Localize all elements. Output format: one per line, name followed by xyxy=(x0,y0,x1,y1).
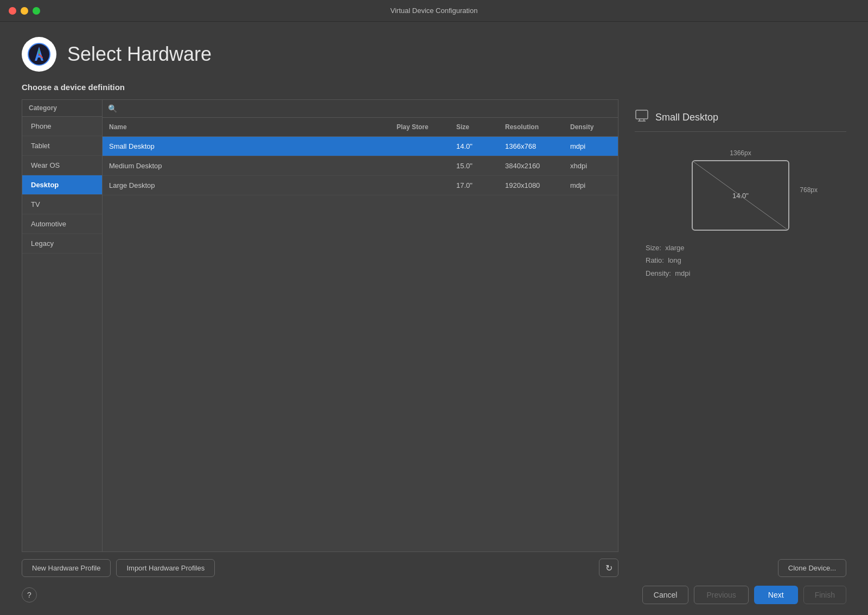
monitor-shape: 14.0" xyxy=(692,160,789,231)
sidebar-item-tv[interactable]: TV xyxy=(22,195,102,214)
maximize-button[interactable] xyxy=(33,7,40,15)
device-diagram: 1366px 14.0" 768px xyxy=(635,149,846,280)
device-specs: Size: xlarge Ratio: long Density: mdpi xyxy=(646,242,690,280)
footer-right: Cancel Previous Next Finish xyxy=(642,586,846,604)
device-config-area: Category Phone Tablet Wear OS Desktop TV… xyxy=(22,99,618,552)
sidebar-item-tablet[interactable]: Tablet xyxy=(22,136,102,156)
monitor-icon xyxy=(635,109,649,126)
sidebar-item-phone[interactable]: Phone xyxy=(22,117,102,136)
refresh-icon: ↻ xyxy=(605,563,612,573)
finish-button: Finish xyxy=(803,586,846,604)
sidebar-item-legacy[interactable]: Legacy xyxy=(22,234,102,253)
device-table-area: 🔍 Name Play Store Size Resolution Densit… xyxy=(102,99,618,552)
right-panel: Small Desktop 1366px 14.0" 768px xyxy=(618,83,846,577)
cell-density: mdpi xyxy=(564,137,618,156)
minimize-button[interactable] xyxy=(21,7,28,15)
page-title: Select Hardware xyxy=(67,43,212,66)
app-icon xyxy=(22,37,56,72)
sidebar-item-automotive[interactable]: Automotive xyxy=(22,214,102,234)
cell-density: mdpi xyxy=(564,176,618,195)
table-header: Name Play Store Size Resolution Density xyxy=(103,118,618,137)
density-value: mdpi xyxy=(675,269,690,277)
cell-density: xhdpi xyxy=(564,156,618,175)
category-header: Category xyxy=(22,100,102,117)
search-bar: 🔍 xyxy=(103,100,618,118)
column-header-size: Size xyxy=(450,121,499,133)
window-title: Virtual Device Configuration xyxy=(391,7,478,15)
body-area: Choose a device definition Category Phon… xyxy=(0,83,868,577)
cell-name: Medium Desktop xyxy=(103,156,390,175)
size-value: xlarge xyxy=(665,244,684,252)
size-label: Size: xyxy=(646,244,661,252)
ratio-value: long xyxy=(668,256,681,264)
help-button[interactable]: ? xyxy=(22,587,37,603)
svg-rect-4 xyxy=(636,110,648,119)
cell-name: Small Desktop xyxy=(103,137,390,156)
left-panel: Choose a device definition Category Phon… xyxy=(22,83,618,577)
sidebar-item-wearos[interactable]: Wear OS xyxy=(22,156,102,175)
clone-device-button[interactable]: Clone Device... xyxy=(778,559,846,577)
column-header-density: Density xyxy=(564,121,618,133)
table-body: Small Desktop 14.0" 1366x768 mdpi Medium… xyxy=(103,137,618,551)
column-header-store: Play Store xyxy=(390,121,450,133)
ratio-label: Ratio: xyxy=(646,256,664,264)
search-icon: 🔍 xyxy=(108,104,117,113)
cell-size: 15.0" xyxy=(450,156,499,175)
table-row[interactable]: Medium Desktop 15.0" 3840x2160 xhdpi xyxy=(103,156,618,176)
import-hardware-profiles-button[interactable]: Import Hardware Profiles xyxy=(116,559,215,577)
title-bar: Virtual Device Configuration xyxy=(0,0,868,22)
sidebar-item-desktop[interactable]: Desktop xyxy=(22,175,102,195)
window-controls[interactable] xyxy=(9,7,40,15)
section-label: Choose a device definition xyxy=(22,83,618,92)
cell-name: Large Desktop xyxy=(103,176,390,195)
cell-size: 14.0" xyxy=(450,137,499,156)
cell-resolution: 1366x768 xyxy=(499,137,564,156)
cell-resolution: 1920x1080 xyxy=(499,176,564,195)
width-label: 1366px xyxy=(692,149,789,157)
cell-store xyxy=(390,161,450,172)
previous-button[interactable]: Previous xyxy=(694,586,748,604)
footer: ? Cancel Previous Next Finish xyxy=(0,577,868,615)
close-button[interactable] xyxy=(9,7,16,15)
table-row[interactable]: Small Desktop 14.0" 1366x768 mdpi xyxy=(103,137,618,156)
main-content: Select Hardware Choose a device definiti… xyxy=(0,22,868,615)
bottom-buttons: New Hardware Profile Import Hardware Pro… xyxy=(22,552,618,577)
header-area: Select Hardware xyxy=(0,22,868,83)
column-header-resolution: Resolution xyxy=(499,121,564,133)
cell-size: 17.0" xyxy=(450,176,499,195)
category-sidebar: Category Phone Tablet Wear OS Desktop TV… xyxy=(22,99,102,552)
height-label: 768px xyxy=(800,186,818,194)
density-label: Density: xyxy=(646,269,671,277)
table-row[interactable]: Large Desktop 17.0" 1920x1080 mdpi xyxy=(103,176,618,195)
svg-line-8 xyxy=(693,161,789,231)
device-preview-title: Small Desktop xyxy=(655,112,718,123)
device-preview-header: Small Desktop xyxy=(635,109,846,132)
refresh-button[interactable]: ↻ xyxy=(599,559,618,577)
search-input[interactable] xyxy=(120,105,612,113)
cell-store xyxy=(390,180,450,191)
column-header-name: Name xyxy=(103,121,390,133)
new-hardware-profile-button[interactable]: New Hardware Profile xyxy=(22,559,111,577)
cell-store xyxy=(390,141,450,152)
cell-resolution: 3840x2160 xyxy=(499,156,564,175)
footer-left: ? xyxy=(22,587,37,603)
next-button[interactable]: Next xyxy=(754,586,798,604)
cancel-button[interactable]: Cancel xyxy=(642,586,689,604)
